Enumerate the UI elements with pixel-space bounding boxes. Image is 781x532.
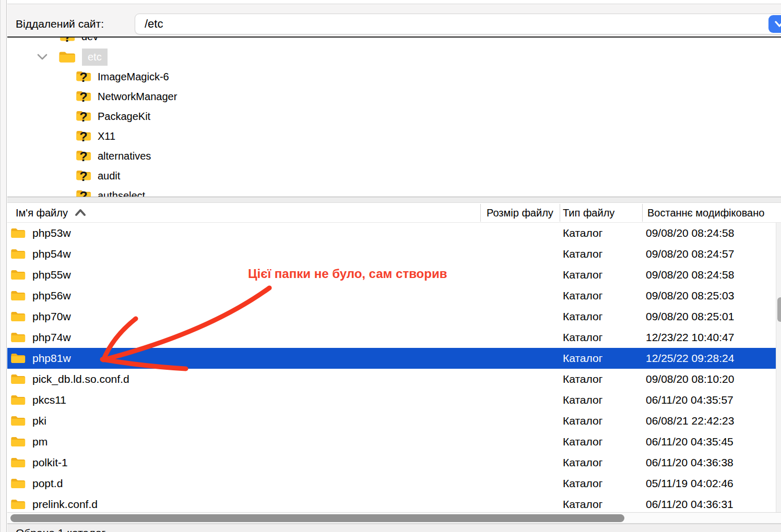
column-header-modified[interactable]: Востаннє модифіковано	[647, 203, 779, 223]
file-list-row[interactable]: pm Каталог 06/11/20 04:35:45	[7, 431, 781, 452]
file-type: Каталог	[563, 498, 602, 511]
svg-text:?: ?	[63, 38, 71, 44]
path-dropdown-button[interactable]	[768, 15, 781, 33]
folder-icon	[10, 269, 26, 281]
file-type: Каталог	[563, 373, 602, 385]
file-name: polkit-1	[32, 456, 68, 469]
status-text: Обрано 1 каталог	[16, 527, 105, 532]
chevron-down-icon	[774, 20, 781, 28]
tree-item-label: PackageKit	[98, 111, 150, 123]
file-list-row[interactable]: php74w Каталог 12/23/22 10:40:47	[7, 327, 781, 348]
file-name: pki	[32, 415, 46, 427]
file-name: php54w	[32, 248, 71, 260]
remote-directory-tree: ? dev etc ? ImageMagick-6 ? NetworkManag…	[7, 38, 781, 197]
file-modified: 09/08/20 08:25:03	[646, 289, 734, 302]
folder-icon	[10, 498, 26, 511]
file-modified: 06/11/20 04:36:31	[646, 498, 733, 511]
file-modified: 12/25/22 09:28:24	[646, 352, 734, 365]
file-name: prelink.conf.d	[32, 498, 98, 511]
horizontal-scrollbar-thumb[interactable]	[10, 514, 624, 522]
left-pane-edge	[0, 0, 7, 532]
folder-icon	[10, 310, 26, 323]
file-list-row[interactable]: pick_db.ld.so.conf.d Каталог 09/08/20 08…	[7, 369, 781, 390]
unknown-folder-icon: ?	[76, 89, 91, 104]
tree-item-label: authselect	[98, 190, 145, 197]
file-list-row[interactable]: polkit-1 Каталог 06/11/20 04:36:38	[7, 452, 781, 473]
vertical-scrollbar[interactable]	[776, 223, 781, 512]
file-type: Каталог	[563, 456, 602, 469]
folder-icon	[10, 394, 26, 406]
unknown-folder-icon: ?	[76, 188, 91, 197]
file-type: Каталог	[563, 436, 602, 448]
file-list-row[interactable]: php54w Каталог 09/08/20 08:24:57	[7, 244, 781, 264]
svg-text:?: ?	[79, 110, 87, 124]
file-list-row[interactable]: pki Каталог 06/08/21 22:42:23	[7, 410, 781, 431]
file-list-row[interactable]: prelink.conf.d Каталог 06/11/20 04:36:31	[7, 494, 781, 512]
tree-item-etc[interactable]: etc	[37, 47, 108, 67]
tree-item[interactable]: ? authselect	[76, 186, 145, 197]
folder-icon	[58, 50, 76, 64]
tree-item[interactable]: ? X11	[76, 126, 115, 146]
file-type: Каталог	[563, 477, 602, 490]
tree-selected-label: etc	[82, 49, 108, 66]
tree-item-label: alternatives	[98, 150, 151, 162]
column-divider[interactable]	[480, 204, 481, 222]
tree-list-separator	[7, 197, 781, 203]
file-list-row[interactable]: popt.d Каталог 05/11/19 04:02:46	[7, 473, 781, 494]
file-type: Каталог	[563, 269, 602, 281]
file-name: pick_db.ld.so.conf.d	[32, 373, 129, 385]
file-modified: 06/08/21 22:42:23	[646, 415, 734, 427]
folder-icon	[10, 373, 26, 385]
file-modified: 09/08/20 08:25:01	[646, 310, 734, 323]
tree-item-label: NetworkManager	[98, 91, 177, 103]
file-name: php74w	[32, 331, 71, 344]
column-header-filename[interactable]: Ім'я файлу	[16, 203, 465, 223]
file-modified: 05/11/19 04:02:46	[646, 477, 733, 490]
folder-icon	[10, 477, 26, 490]
unknown-folder-icon: ?	[76, 108, 91, 124]
file-modified: 09/08/20 08:10:20	[646, 373, 734, 385]
file-list-row[interactable]: php53w Каталог 09/08/20 08:24:58	[7, 223, 781, 244]
remote-site-label: Віддалений сайт:	[16, 18, 104, 30]
tree-item[interactable]: ? audit	[76, 166, 120, 186]
file-list-row[interactable]: pkcs11 Каталог 06/11/20 04:35:57	[7, 390, 781, 410]
file-modified: 06/11/20 04:36:38	[646, 456, 733, 469]
file-name: php70w	[32, 310, 71, 323]
svg-text:?: ?	[79, 169, 87, 184]
folder-icon	[10, 289, 26, 302]
status-bar: Обрано 1 каталог	[7, 524, 781, 532]
tree-item-partial[interactable]: ? dev	[60, 38, 98, 46]
expander-chevron-down-icon[interactable]	[37, 51, 48, 63]
tree-item[interactable]: ? PackageKit	[76, 106, 150, 126]
file-type: Каталог	[563, 248, 602, 260]
vertical-scrollbar-thumb[interactable]	[777, 297, 781, 322]
file-type: Каталог	[563, 227, 602, 239]
file-modified: 09/08/20 08:24:58	[646, 227, 734, 239]
column-header-filesize[interactable]: Розмір файлу	[487, 203, 559, 223]
remote-site-bar: Віддалений сайт:	[7, 0, 781, 37]
horizontal-scrollbar[interactable]	[7, 512, 781, 524]
folder-icon	[10, 456, 26, 469]
file-type: Каталог	[563, 394, 602, 406]
file-list-row[interactable]: php81w Каталог 12/25/22 09:28:24	[7, 348, 781, 369]
unknown-folder-icon: ?	[60, 38, 75, 44]
file-type: Каталог	[563, 415, 602, 427]
folder-icon	[10, 227, 26, 239]
column-divider[interactable]	[642, 204, 643, 222]
folder-icon	[10, 352, 26, 365]
file-name: php81w	[32, 352, 71, 365]
file-modified: 09/08/20 08:24:57	[646, 248, 734, 260]
remote-path-input[interactable]	[135, 14, 781, 34]
file-name: popt.d	[32, 477, 63, 490]
folder-icon	[10, 248, 26, 260]
file-list-row[interactable]: php70w Каталог 09/08/20 08:25:01	[7, 306, 781, 327]
column-divider[interactable]	[560, 204, 560, 222]
svg-text:?: ?	[79, 129, 87, 144]
tree-item[interactable]: ? NetworkManager	[76, 87, 177, 106]
file-type: Каталог	[563, 331, 602, 344]
tree-item[interactable]: ? ImageMagick-6	[76, 67, 169, 87]
column-header-filetype[interactable]: Тип файлу	[563, 203, 636, 223]
file-type: Каталог	[563, 310, 602, 323]
tree-item[interactable]: ? alternatives	[76, 146, 151, 166]
file-list-row[interactable]: php56w Каталог 09/08/20 08:25:03	[7, 285, 781, 306]
